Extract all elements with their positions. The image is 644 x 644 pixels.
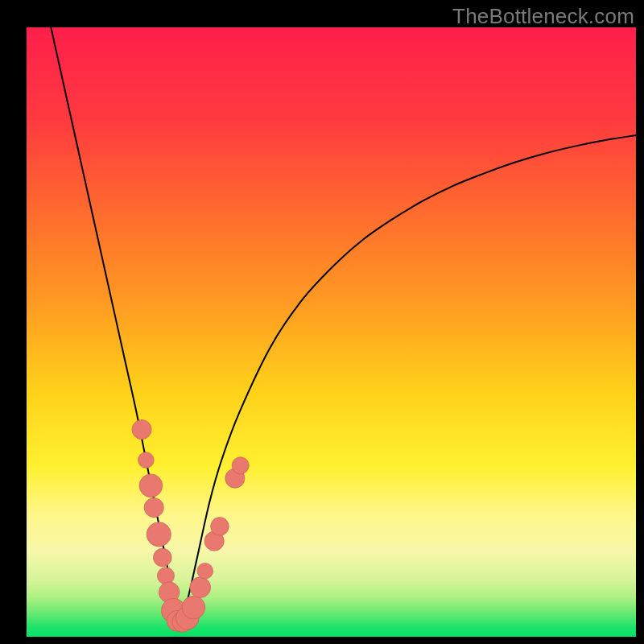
scatter-dot: [190, 577, 211, 598]
scatter-dot: [139, 474, 163, 497]
scatter-dot: [132, 420, 151, 440]
scatter-dot: [157, 568, 174, 584]
scatter-dot: [144, 497, 163, 517]
watermark-label: TheBottleneck.com: [452, 4, 634, 29]
scatter-dot: [197, 563, 213, 579]
scatter-dot: [147, 522, 171, 547]
chart-frame: TheBottleneck.com: [0, 0, 644, 644]
scatter-dot: [182, 596, 205, 619]
scatter-dot: [232, 457, 249, 474]
scatter-dot: [153, 548, 171, 567]
chart-svg: [27, 27, 636, 637]
plot-area: [27, 27, 636, 637]
scatter-dot: [211, 518, 229, 536]
scatter-dot: [138, 452, 155, 469]
